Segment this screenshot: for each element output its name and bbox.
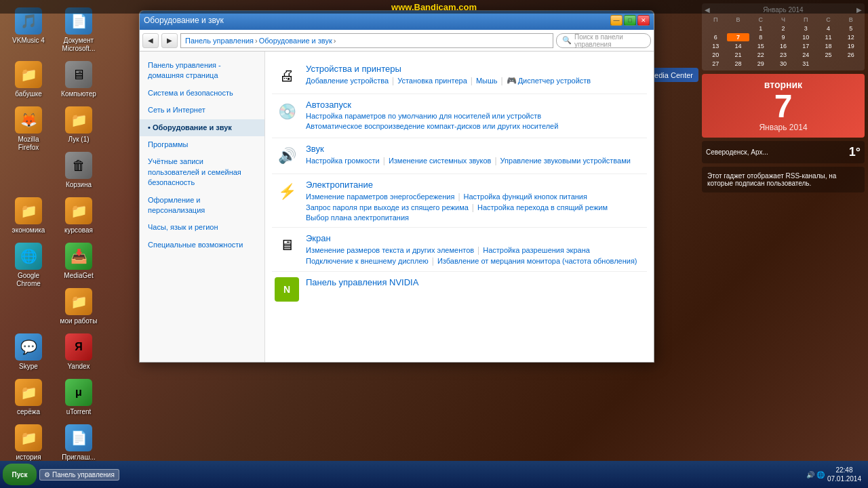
- nav-item-programs[interactable]: Программы: [140, 136, 264, 153]
- sound-title[interactable]: Звук: [306, 144, 644, 154]
- desktop-icon-priglash[interactable]: 📄 Приглаш...: [55, 422, 102, 464]
- desktop-icon-chrome[interactable]: 🌐 Google Chrome: [5, 240, 52, 291]
- forward-button[interactable]: ▶: [161, 33, 178, 48]
- cat-link-sounddevices[interactable]: Управление звуковыми устройствами: [500, 157, 631, 165]
- desktop-icon-computer[interactable]: 🖥 Компьютер: [55, 58, 102, 101]
- desktop-icon-babushka[interactable]: 📁 бабушке: [5, 58, 52, 101]
- autoplay-title[interactable]: Автозапуск: [306, 100, 644, 110]
- cat-link-resolution[interactable]: Настройка разрешения экрана: [483, 246, 590, 254]
- desktop-icon-utorrent[interactable]: μ uTorrent: [55, 376, 102, 419]
- desktop-icon-ekonomika[interactable]: 📁 экономика: [5, 195, 52, 237]
- nav-panel: Панель управления - домашняя страница Си…: [140, 52, 265, 362]
- desktop-icon-mediaget[interactable]: 📥 MediaGet: [55, 240, 102, 283]
- icon-label-skype: Skype: [19, 363, 38, 371]
- systray-icon-1: 🔊: [806, 471, 814, 479]
- nvidia-icon: N: [275, 277, 299, 302]
- nav-item-network[interactable]: Сеть и Интернет: [140, 102, 264, 119]
- nav-item-hardware[interactable]: Оборудование и звук: [140, 119, 264, 136]
- nav-item-design[interactable]: Оформление и персонализация: [140, 192, 264, 220]
- close-button[interactable]: ✕: [637, 15, 650, 26]
- nav-item-home[interactable]: Панель управления - домашняя страница: [140, 57, 264, 85]
- category-nvidia: N Панель управления NVIDIA: [272, 272, 647, 307]
- power-links3: Выбор плана электропитания: [306, 214, 644, 222]
- icon-label-chrome: Google Chrome: [7, 272, 50, 288]
- weather-location: Североденск, Арх...: [706, 148, 768, 156]
- start-button[interactable]: Пуск: [3, 464, 37, 485]
- cat-link-sleeppassword[interactable]: Запрос пароля при выходе из спящего режи…: [306, 203, 469, 211]
- cat-link-flicker[interactable]: Избавление от мерцания монитора (частота…: [437, 257, 637, 265]
- cat-link-external[interactable]: Подключение к внешнему дисплею: [306, 257, 429, 265]
- cat-link-textsize[interactable]: Изменение размеров текста и других элеме…: [306, 246, 474, 254]
- icon-luk: 📁: [65, 106, 92, 134]
- screen-title[interactable]: Экран: [306, 233, 644, 243]
- cat-link-installprinter[interactable]: Установка принтера: [397, 77, 467, 85]
- category-screen: 🖥 Экран Изменение размеров текста и друг…: [272, 228, 647, 272]
- nav-item-special[interactable]: Специальные возможности: [140, 237, 264, 253]
- cat-link-adddevice[interactable]: Добавление устройства: [306, 77, 389, 85]
- category-power: ⚡ Электропитание Изменение параметров эн…: [272, 174, 647, 228]
- date-month-year: Январь 2014: [707, 123, 859, 132]
- desktop-icon-istoriya[interactable]: 📁 история: [5, 422, 52, 464]
- devices-links: Добавление устройства | Установка принте…: [306, 76, 644, 85]
- cat-link-autoplay-cd[interactable]: Автоматическое воспроизведение компакт-д…: [306, 122, 558, 130]
- breadcrumb-home[interactable]: Панель управления: [185, 37, 254, 45]
- cat-link-mouse[interactable]: Мышь: [476, 77, 498, 85]
- icon-priglash: 📄: [65, 424, 92, 451]
- desktop-icon-serezha[interactable]: 📁 серёжа: [5, 376, 52, 419]
- search-box[interactable]: 🔍 Поиск в панели управления: [556, 33, 651, 48]
- cat-link-powersave[interactable]: Изменение параметров энергосбережения: [306, 192, 454, 201]
- icon-label-computer: Компьютер: [61, 90, 96, 98]
- cat-link-sounds[interactable]: Изменение системных звуков: [389, 157, 492, 165]
- sound-icon: 🔊: [275, 144, 299, 168]
- icon-korzina: 🗑: [65, 152, 92, 179]
- systray: 🔊 🌐: [806, 471, 825, 479]
- taskbar-item-icon: ⚙: [44, 471, 50, 479]
- screen-icon: 🖥: [275, 233, 299, 258]
- nav-item-clock[interactable]: Часы, язык и регион: [140, 219, 264, 236]
- nvidia-title[interactable]: Панель управления NVIDIA: [306, 277, 644, 287]
- autoplay-desc2: Автоматическое воспроизведение компакт-д…: [306, 122, 644, 130]
- right-sidebar: ◀ Январь 2014 ▶ ПВСЧПСВ12345678910111213…: [698, 0, 868, 488]
- window-title: Оборудование и звук: [144, 16, 224, 25]
- cat-link-powerbuttons[interactable]: Настройка функций кнопок питания: [464, 192, 587, 201]
- devices-title[interactable]: Устройства и принтеры: [306, 64, 644, 74]
- category-autoplay: 💿 Автозапуск Настройка параметров по умо…: [272, 94, 647, 138]
- autoplay-content: Автозапуск Настройка параметров по умолч…: [306, 100, 644, 132]
- desktop-icon-luk[interactable]: 📁 Лук (1): [55, 104, 102, 146]
- desktop-icon-korzina[interactable]: 🗑 Корзина: [55, 149, 102, 192]
- maximize-button[interactable]: □: [624, 15, 636, 26]
- screen-content: Экран Изменение размеров текста и других…: [306, 233, 644, 266]
- minimize-button[interactable]: —: [610, 15, 623, 26]
- autoplay-desc1: Настройка параметров по умолчанию для но…: [306, 112, 644, 120]
- taskbar: Пуск ⚙ Панель управления 🔊 🌐 22:48 07.01…: [0, 461, 868, 488]
- back-button[interactable]: ◀: [142, 33, 159, 48]
- desktop-icon-firefox[interactable]: 🦊 Mozilla Firefox: [5, 104, 52, 155]
- cat-link-powerplan[interactable]: Выбор плана электропитания: [306, 214, 409, 222]
- clock: 22:48 07.01.2014: [827, 466, 861, 483]
- desktop-icon-skype[interactable]: 💬 Skype: [5, 331, 52, 373]
- icon-label-vkmusic: VKMusic 4: [12, 37, 45, 45]
- desktop-icon-moiraboty[interactable]: 📁 мои работы: [55, 285, 102, 328]
- cat-link-sleepconfig[interactable]: Настройка перехода в спящий режим: [477, 203, 608, 211]
- cat-link-volume[interactable]: Настройка громкости: [306, 157, 380, 165]
- taskbar-items: ⚙ Панель управления: [39, 469, 802, 481]
- nav-item-system[interactable]: Система и безопасность: [140, 85, 264, 102]
- nav-item-accounts[interactable]: Учётные записи пользователей и семейная …: [140, 153, 264, 191]
- rss-widget: Этот гаджет отображает RSS-каналы, на ко…: [702, 167, 865, 192]
- nvidia-content: Панель управления NVIDIA: [306, 277, 644, 289]
- window-titlebar: Оборудование и звук — □ ✕: [140, 11, 654, 30]
- weather-temp: 1°: [849, 145, 861, 159]
- desktop-icon-kursovaya[interactable]: 📁 курсовая: [55, 195, 102, 237]
- breadcrumb-current[interactable]: Оборудование и звук: [259, 37, 332, 45]
- cat-link-devmanager[interactable]: Диспетчер устройств: [518, 77, 591, 85]
- date-number: 7: [707, 90, 859, 123]
- power-title[interactable]: Электропитание: [306, 180, 644, 190]
- main-content: 🖨 Устройства и принтеры Добавление устро…: [265, 52, 654, 362]
- icon-utorrent: μ: [65, 379, 92, 406]
- cat-link-autoplay-default[interactable]: Настройка параметров по умолчанию для но…: [306, 112, 541, 120]
- desktop-icon-yandex[interactable]: Я Yandex: [55, 331, 102, 373]
- desktop: www.Bandicam.com 🎵 VKMusic 4 📄 Документ …: [0, 0, 868, 488]
- taskbar-item-controlpanel[interactable]: ⚙ Панель управления: [39, 469, 119, 481]
- window-body: Панель управления - домашняя страница Си…: [140, 52, 654, 362]
- icon-label-serezha: серёжа: [17, 408, 40, 416]
